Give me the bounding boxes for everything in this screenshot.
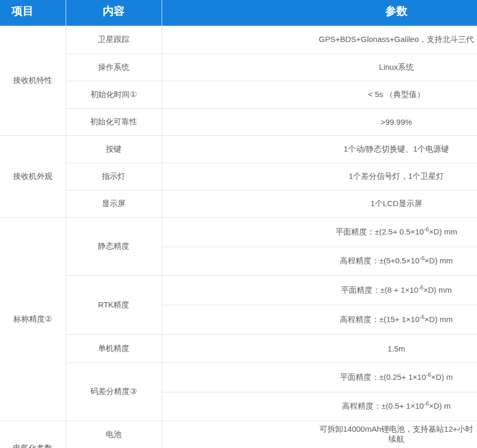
spec-table: 项目 内容 参数 接收机特性 卫星跟踪 GPS+BDS+Glonass+Gali… [0,0,477,448]
param-cell: 1.5m [162,334,477,362]
group-label-cell: 标称精度② [0,217,66,421]
group-label-cell: 电气化参数 [0,421,66,448]
param-cell: 高程精度：±(5+0.5×10-6×D) mm [162,247,477,275]
param-cell: GPS+BDS+Glonass+Galileo，支持北斗三代 [162,26,477,54]
content-cell: 码差分精度③ [66,362,162,421]
content-cell: 指示灯 [66,163,162,190]
table-row: 初始化时间① < 5s （典型值） [0,81,477,108]
table-row: RTK精度 平面精度：±(8 + 1×10-6×D) mm [0,275,477,305]
param-text: 高程精度：±(15+ 1×10 [340,315,420,324]
param-text: 高程精度：±(0.5+ 1×10 [342,401,424,410]
table-row: 操作系统 Linux系统 [0,54,477,81]
param-cell: >99.99% [162,108,477,135]
content-cell: 操作系统 [66,54,162,81]
param-text: 高程精度：±(5+0.5×10 [340,256,420,265]
content-cell: 单机精度 [66,334,162,362]
table-row: 显示屏 1个LCD显示屏 [0,190,477,217]
param-cell: Linux系统 [162,54,477,81]
table-row: 电气化参数 电池 可拆卸14000mAh锂电池，支持基站12+小时续航 [0,421,477,448]
table-row: 接收机外观 按键 1个动/静态切换键、1个电源键 [0,135,477,163]
param-text: ×D) mm [423,285,452,294]
param-cell: 平面精度：±(0.25+ 1×10-6×D) m [162,362,477,392]
content-cell: 初始化可靠性 [66,108,162,135]
param-cell: 平面精度：±(2.5+ 0.5×10-6×D) mm [162,217,477,247]
table-row: 单机精度 1.5m [0,334,477,362]
param-superscript: -6 [424,400,429,407]
param-text: 平面精度：±(2.5+ 0.5×10 [335,227,423,236]
content-cell: 卫星跟踪 [66,26,162,54]
param-text: 平面精度：±(0.25+ 1×10 [340,372,426,381]
header-cell-item: 项目 [0,0,66,26]
table-row: 标称精度② 静态精度 平面精度：±(2.5+ 0.5×10-6×D) mm [0,217,477,247]
param-text: ×D) m [431,372,453,381]
content-cell: 按键 [66,135,162,163]
content-cell: 初始化时间① [66,81,162,108]
group-label-cell: 接收机特性 [0,26,66,135]
table-row: 指示灯 1个差分信号灯，1个卫星灯 [0,163,477,190]
header-cell-params: 参数 [162,0,477,26]
param-cell: 1个LCD显示屏 [162,190,477,217]
param-cell: 平面精度：±(8 + 1×10-6×D) mm [162,275,477,305]
param-text: ×D) mm [425,256,453,265]
param-superscript: -6 [418,284,423,291]
group-label-cell: 接收机外观 [0,135,66,217]
table-row: 接收机特性 卫星跟踪 GPS+BDS+Glonass+Galileo，支持北斗三… [0,26,477,54]
param-text: ×D) mm [425,315,453,324]
param-cell: 可拆卸14000mAh锂电池，支持基站12+小时续航 [162,421,477,448]
spec-page: 项目 内容 参数 接收机特性 卫星跟踪 GPS+BDS+Glonass+Gali… [0,0,477,448]
param-cell: 1个动/静态切换键、1个电源键 [162,135,477,163]
content-cell: RTK精度 [66,275,162,334]
table-row: 码差分精度③ 平面精度：±(0.25+ 1×10-6×D) m [0,362,477,392]
param-text: ×D) m [429,401,450,410]
param-superscript: -6 [419,255,425,261]
param-cell: 高程精度：±(15+ 1×10-6×D) mm [162,305,477,334]
header-cell-content: 内容 [66,0,162,26]
param-superscript: -6 [426,371,431,378]
param-cell: < 5s （典型值） [162,81,477,108]
param-cell: 高程精度：±(0.5+ 1×10-6×D) m [162,392,477,421]
header-row: 项目 内容 参数 [0,0,477,26]
content-cell: 显示屏 [66,190,162,217]
param-text: ×D) mm [429,227,457,236]
param-text: 平面精度：±(8 + 1×10 [341,285,418,294]
param-superscript: -6 [424,226,429,232]
table-row: 初始化可靠性 >99.99% [0,108,477,135]
param-cell: 1个差分信号灯，1个卫星灯 [162,163,477,190]
content-cell: 电池 [66,421,162,448]
content-cell: 静态精度 [66,217,162,275]
param-superscript: -6 [419,314,425,320]
